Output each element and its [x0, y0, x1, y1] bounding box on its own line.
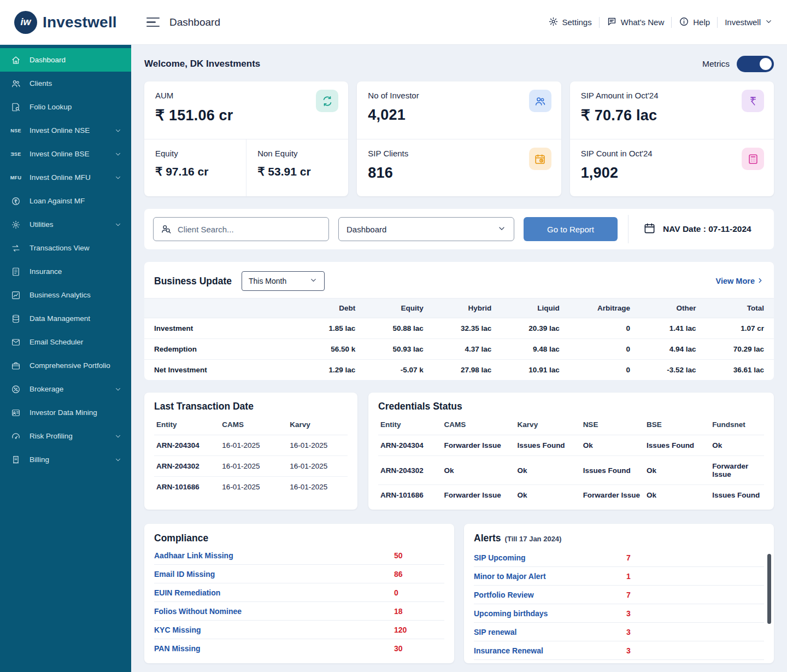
- app-logo[interactable]: iw Investwell: [14, 11, 133, 34]
- alert-link[interactable]: SIP Upcoming: [474, 553, 526, 562]
- compliance-panel: Compliance Aadhaar Link Missing 50 Email…: [144, 524, 454, 663]
- sidebar-item-label: Insurance: [30, 267, 62, 276]
- chevron-down-icon: [765, 17, 773, 27]
- sidebar-item-data-management[interactable]: Data Management: [0, 307, 131, 330]
- header-actions: Settings What's New Help Investwell: [548, 16, 773, 28]
- sidebar-item-business-analytics[interactable]: Business Analytics: [0, 283, 131, 307]
- go-to-report-button[interactable]: Go to Report: [524, 217, 618, 241]
- sidebar-item-label: Comprehensive Portfolio: [30, 361, 110, 370]
- sidebar-item-brokerage[interactable]: Brokerage: [0, 377, 131, 401]
- sidebar-item-risk-profiling[interactable]: Risk Profiling: [0, 424, 131, 448]
- compliance-count: 86: [394, 570, 444, 578]
- status-badge: Ok: [710, 435, 764, 456]
- status-badge: Issues Found: [515, 435, 581, 456]
- status-badge: Ok: [581, 435, 644, 456]
- table-header-row: Debt Equity Hybrid Liquid Arbitrage Othe…: [144, 299, 774, 318]
- sidebar-item-billing[interactable]: Billing: [0, 448, 131, 471]
- sip-card: SIP Amount in Oct'24 ₹ 70.76 lac SIP Cou…: [570, 81, 774, 196]
- sidebar-item-label: Transactions View: [30, 244, 90, 252]
- metrics-toggle[interactable]: [737, 56, 774, 72]
- sidebar-item-insurance[interactable]: Insurance: [0, 260, 131, 283]
- column-header: Total: [706, 299, 774, 318]
- briefcase-icon: [9, 361, 22, 371]
- client-search-input[interactable]: [153, 217, 329, 241]
- sidebar-item-invest-online-nse[interactable]: NSE Invest Online NSE: [0, 119, 131, 142]
- compliance-link[interactable]: Aadhaar Link Missing: [154, 551, 233, 560]
- list-item: EUIN Remediation 0: [154, 583, 444, 602]
- sidebar-item-label: Folio Lookup: [30, 103, 72, 111]
- compliance-link[interactable]: EUIN Remediation: [154, 588, 220, 597]
- investor-card: No of Investor 4,021 SIP Clients 816: [357, 81, 561, 196]
- sidebar-item-label: Investor Data Mining: [30, 408, 97, 417]
- whats-new-button[interactable]: What's New: [607, 16, 665, 28]
- gear-icon: [548, 16, 559, 28]
- home-icon: [9, 55, 22, 65]
- sidebar-item-dashboard[interactable]: Dashboard: [0, 48, 131, 72]
- business-update-table: Debt Equity Hybrid Liquid Arbitrage Othe…: [144, 298, 774, 380]
- alerts-subtitle: (Till 17 Jan 2024): [505, 535, 562, 543]
- sidebar-item-label: Billing: [30, 455, 49, 464]
- account-menu[interactable]: Investwell: [725, 17, 773, 27]
- sidebar-item-label: Invest Online MFU: [30, 173, 91, 182]
- row-label: Investment: [144, 318, 303, 339]
- sidebar-item-utilities[interactable]: Utilities: [0, 213, 131, 236]
- whats-new-label: What's New: [621, 17, 665, 27]
- investor-label: No of Investor: [368, 91, 419, 100]
- list-item: SIP Upcoming 7: [474, 548, 764, 567]
- nav-date-value: NAV Date : 07-11-2024: [663, 224, 751, 234]
- compliance-link[interactable]: KYC Missing: [154, 626, 201, 634]
- compliance-link[interactable]: Email ID Missing: [154, 570, 215, 578]
- compliance-link[interactable]: PAN Missing: [154, 644, 201, 653]
- sidebar-item-invest-online-mfu[interactable]: MFU Invest Online MFU: [0, 166, 131, 189]
- column-header: Arbitrage: [569, 299, 640, 318]
- sidebar-item-label: Business Analytics: [30, 291, 91, 299]
- compliance-title: Compliance: [154, 533, 444, 544]
- compliance-count: 50: [394, 551, 444, 560]
- hamburger-menu-icon[interactable]: [146, 17, 160, 27]
- table-row: ARN-204304 Forwarder Issue Issues Found …: [378, 435, 764, 456]
- alert-link[interactable]: Upcoming birthdays: [474, 609, 548, 618]
- alert-link[interactable]: Portfolio Review: [474, 591, 534, 599]
- period-select-value: This Month: [249, 277, 286, 285]
- period-select[interactable]: This Month: [242, 271, 325, 291]
- sidebar-item-investor-data-mining[interactable]: Investor Data Mining: [0, 401, 131, 424]
- table-row: Net Investment 1.29 lac -5.07 k 27.98 la…: [144, 360, 774, 381]
- status-badge: Ok: [644, 485, 710, 506]
- chevron-down-icon: [114, 221, 122, 229]
- compliance-link[interactable]: Folios Without Nominee: [154, 607, 242, 616]
- business-update-panel: Business Update This Month View More Deb…: [144, 262, 774, 380]
- sidebar-item-invest-online-bse[interactable]: ƎSE Invest Online BSE: [0, 142, 131, 166]
- chevron-down-icon: [114, 385, 122, 393]
- sip-count-value: 1,902: [581, 165, 763, 182]
- sidebar-item-clients[interactable]: Clients: [0, 72, 131, 95]
- equity-value: ₹ 97.16 cr: [155, 165, 235, 178]
- chart-icon: [9, 290, 22, 300]
- settings-button[interactable]: Settings: [548, 16, 592, 28]
- last-transaction-panel: Last Transaction Date Entity CAMS Karvy …: [144, 393, 357, 510]
- alert-link[interactable]: Minor to Major Alert: [474, 572, 546, 581]
- report-select[interactable]: Dashboard: [338, 217, 514, 241]
- sidebar-item-loan-against-mf[interactable]: Loan Against MF: [0, 189, 131, 213]
- alert-link[interactable]: SIP renewal: [474, 628, 516, 636]
- sidebar-nav: Dashboard Clients Folio Lookup NSE Inves…: [0, 45, 131, 672]
- status-badge: Issues Found: [710, 485, 764, 506]
- divider: [671, 17, 672, 28]
- column-header: CAMS: [442, 414, 515, 435]
- scrollbar-thumb[interactable]: [767, 554, 771, 624]
- list-item: Folios Without Nominee 18: [154, 602, 444, 621]
- view-more-link[interactable]: View More: [716, 277, 764, 286]
- stat-cards: AUM ₹ 151.06 cr Equity ₹ 97.16 cr Non Eq…: [144, 81, 774, 196]
- divider: [628, 215, 629, 243]
- sidebar-item-email-scheduler[interactable]: Email Scheduler: [0, 330, 131, 354]
- settings-label: Settings: [562, 17, 592, 27]
- receipt-icon: [9, 455, 22, 465]
- sidebar-item-comprehensive-portfolio[interactable]: Comprehensive Portfolio: [0, 354, 131, 377]
- sidebar-item-label: Data Management: [30, 314, 90, 323]
- status-badge: Ok: [515, 485, 581, 506]
- sidebar-item-folio-lookup[interactable]: Folio Lookup: [0, 95, 131, 119]
- alert-link[interactable]: Insurance Renewal: [474, 646, 543, 655]
- table-header-row: Entity CAMS Karvy NSE BSE Fundsnet: [378, 414, 764, 435]
- equity-label: Equity: [155, 149, 178, 158]
- help-button[interactable]: Help: [679, 16, 710, 28]
- sidebar-item-transactions-view[interactable]: Transactions View: [0, 236, 131, 260]
